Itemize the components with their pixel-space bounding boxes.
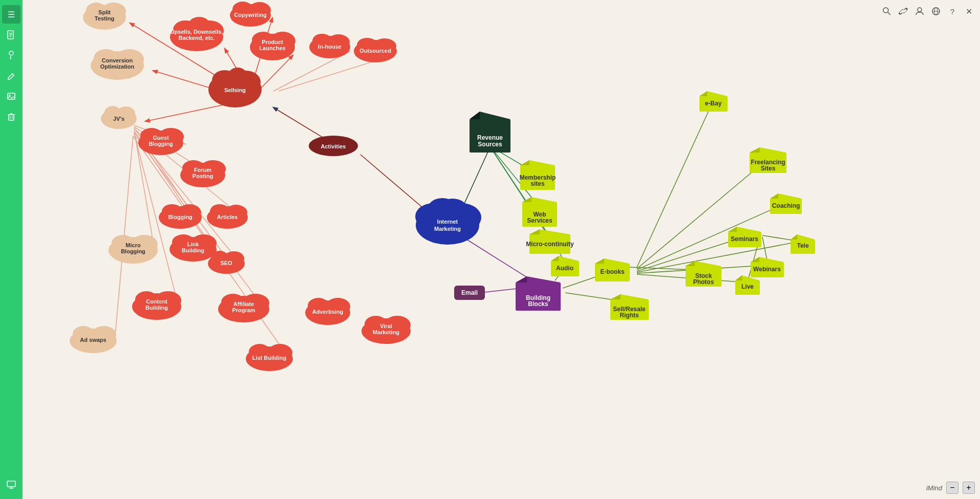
- freelancing-sites-node[interactable]: Freelancing Sites: [750, 147, 786, 173]
- stock-photos-node[interactable]: Stock Photos: [686, 261, 721, 287]
- svg-point-148: [308, 298, 329, 313]
- copywriting-node[interactable]: Copywriting: [230, 2, 271, 27]
- split-testing-node[interactable]: Split Testing: [83, 3, 126, 30]
- svg-point-167: [428, 198, 457, 219]
- menu-icon[interactable]: ☰: [2, 5, 20, 24]
- micro-continuity-node[interactable]: Micro-continuity: [526, 229, 574, 254]
- svg-line-27: [145, 102, 235, 121]
- svg-point-7: [9, 95, 11, 96]
- svg-marker-232: [751, 257, 759, 262]
- svg-point-18: [918, 8, 922, 12]
- webinars-node[interactable]: Webinars: [751, 257, 784, 277]
- link-building-node[interactable]: Link Building: [169, 234, 217, 262]
- ad-swaps-node[interactable]: Ad swaps: [70, 326, 117, 353]
- mindmap-svg: Sellsing Activities Copywriting Upsells,…: [23, 0, 980, 499]
- help-icon[interactable]: ?: [946, 5, 958, 17]
- affiliate-program-node[interactable]: Affiliate Program: [218, 294, 269, 322]
- guest-blogging-node[interactable]: Guest Blogging: [138, 128, 184, 155]
- close-icon[interactable]: ✕: [963, 5, 975, 17]
- jvs-node[interactable]: JV's: [101, 106, 137, 129]
- content-building-node[interactable]: Content Building: [132, 291, 181, 320]
- svg-rect-170: [470, 119, 510, 153]
- upsells-node[interactable]: Upsells, Downsells, Backend, etc.: [170, 17, 224, 51]
- svg-point-116: [112, 235, 134, 251]
- svg-point-65: [309, 136, 358, 156]
- sell-resale-node[interactable]: Sell/Resale Rights: [610, 294, 649, 320]
- svg-line-5: [12, 74, 14, 75]
- file-icon[interactable]: [2, 26, 20, 44]
- svg-point-88: [115, 49, 144, 70]
- live-node[interactable]: Live: [735, 275, 760, 295]
- svg-point-79: [252, 32, 274, 48]
- in-house-node[interactable]: In-house: [309, 34, 350, 58]
- svg-point-129: [155, 291, 181, 310]
- svg-marker-211: [699, 91, 707, 96]
- seminars-node[interactable]: Seminars: [728, 227, 761, 247]
- internet-marketing-node[interactable]: Internet Marketing: [415, 198, 481, 245]
- micro-blogging-node[interactable]: Micro Blogging: [109, 235, 158, 264]
- ebooks-node[interactable]: E-books: [595, 258, 630, 281]
- svg-rect-187: [522, 202, 557, 227]
- svg-rect-13: [7, 481, 15, 487]
- svg-marker-202: [595, 258, 604, 264]
- svg-rect-196: [551, 261, 579, 276]
- globe-icon[interactable]: [930, 5, 942, 17]
- advertising-node[interactable]: Advertising: [305, 298, 350, 325]
- svg-point-140: [73, 326, 94, 341]
- svg-point-134: [242, 294, 269, 312]
- svg-rect-180: [454, 286, 485, 300]
- web-services-node[interactable]: Web Services: [522, 197, 557, 227]
- image-icon[interactable]: [2, 87, 20, 105]
- svg-rect-182: [520, 165, 555, 190]
- svg-point-98: [140, 128, 163, 143]
- svg-line-45: [480, 288, 522, 293]
- svg-marker-215: [750, 147, 760, 153]
- svg-point-74: [188, 17, 210, 34]
- zoom-out-button[interactable]: −: [946, 482, 958, 494]
- tele-node[interactable]: Tele: [791, 234, 815, 254]
- viral-marketing-node[interactable]: Viral Marketing: [361, 316, 411, 344]
- building-blocks-node[interactable]: Building Blocks: [516, 276, 561, 311]
- monitor-icon[interactable]: [2, 475, 20, 494]
- brush-icon[interactable]: [2, 46, 20, 64]
- svg-marker-177: [516, 276, 527, 283]
- selling-node[interactable]: Sellsing: [208, 68, 262, 107]
- svg-rect-8: [9, 115, 14, 120]
- link-icon[interactable]: [897, 5, 909, 17]
- svg-line-17: [888, 12, 890, 15]
- svg-rect-200: [595, 264, 630, 281]
- svg-point-120: [191, 234, 217, 252]
- svg-point-69: [232, 2, 253, 17]
- svg-marker-198: [551, 256, 559, 261]
- svg-point-94: [104, 106, 121, 119]
- audio-node[interactable]: Audio: [551, 256, 579, 276]
- conversion-node[interactable]: Conversion Optimization: [91, 49, 144, 80]
- ebay-node[interactable]: e-Bay: [699, 91, 728, 112]
- product-launches-node[interactable]: Product Launches: [250, 32, 295, 60]
- svg-point-161: [357, 38, 377, 52]
- edit-icon[interactable]: [2, 67, 20, 85]
- svg-rect-222: [728, 232, 761, 247]
- user-icon[interactable]: [913, 5, 926, 17]
- revenue-sources-node[interactable]: Revenue Sources: [470, 112, 510, 153]
- svg-rect-213: [750, 153, 786, 173]
- articles-node[interactable]: Articles: [207, 204, 248, 229]
- zoom-in-button[interactable]: +: [963, 482, 975, 494]
- email-node[interactable]: Email: [454, 286, 485, 300]
- activities-node[interactable]: Activities: [309, 136, 358, 156]
- forum-posting-node[interactable]: Forum Posting: [180, 160, 226, 187]
- svg-rect-175: [516, 283, 561, 311]
- blogging-node[interactable]: Blogging: [159, 204, 202, 229]
- svg-rect-226: [791, 240, 815, 254]
- list-building-node[interactable]: List Building: [246, 344, 293, 371]
- membership-sites-node[interactable]: Membership sites: [520, 160, 556, 190]
- trash-icon[interactable]: [2, 107, 20, 126]
- seo-node[interactable]: SEO: [208, 251, 245, 274]
- svg-point-147: [326, 298, 350, 315]
- outsourced-node[interactable]: Outsourced: [354, 38, 397, 62]
- search-icon[interactable]: [881, 5, 893, 17]
- svg-rect-238: [686, 266, 721, 287]
- svg-rect-192: [529, 234, 570, 254]
- coaching-node[interactable]: Coaching: [770, 193, 802, 214]
- top-toolbar: ? ✕: [881, 5, 975, 17]
